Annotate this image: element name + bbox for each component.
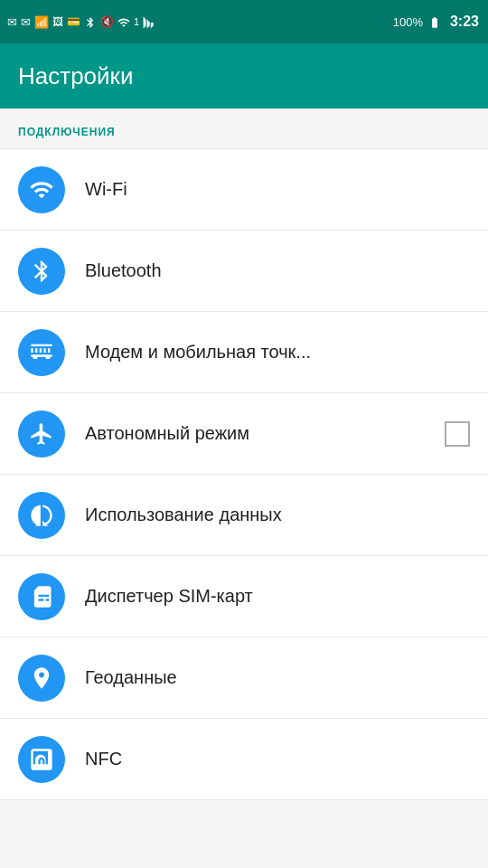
datausage-icon-circle bbox=[18, 492, 65, 539]
gmail-icon: ✉ bbox=[7, 15, 17, 29]
location-icon bbox=[29, 665, 54, 691]
settings-list: Wi-Fi Bluetooth Модем и мобильная точк..… bbox=[0, 149, 488, 800]
nfc-icon-circle bbox=[18, 736, 65, 783]
wifi-icon bbox=[29, 177, 54, 203]
simmanager-icon-circle bbox=[18, 573, 65, 620]
settings-item-bluetooth[interactable]: Bluetooth bbox=[0, 231, 488, 312]
settings-item-simmanager[interactable]: Диспетчер SIM-карт bbox=[0, 556, 488, 637]
page-title: Настройки bbox=[18, 62, 134, 90]
settings-item-airplane[interactable]: Автономный режим bbox=[0, 393, 488, 475]
settings-item-tethering[interactable]: Модем и мобильная точк... bbox=[0, 312, 488, 393]
section-header: ПОДКЛЮЧЕНИЯ bbox=[0, 108, 488, 148]
bluetooth-icon-circle bbox=[18, 248, 65, 295]
tethering-icon bbox=[29, 340, 54, 365]
nfc-label: NFC bbox=[85, 749, 470, 769]
app-bar: Настройки bbox=[0, 43, 488, 108]
bluetooth-icon bbox=[29, 259, 54, 284]
battery-icon bbox=[427, 14, 443, 29]
tethering-label: Модем и мобильная точк... bbox=[85, 342, 470, 363]
settings-item-datausage[interactable]: Использование данных bbox=[0, 475, 488, 556]
tethering-icon-circle bbox=[18, 329, 65, 376]
datausage-icon bbox=[29, 503, 54, 528]
nfc-icon bbox=[29, 747, 54, 772]
wifi-label: Wi-Fi bbox=[85, 179, 470, 200]
section-header-text: ПОДКЛЮЧЕНИЯ bbox=[18, 126, 116, 138]
status-bar-left: ✉ ✉ 📶 🖼 💳 🔇 1 bbox=[7, 14, 155, 29]
location-label: Геоданные bbox=[85, 667, 470, 688]
bars-icon bbox=[143, 14, 155, 29]
datausage-label: Использование данных bbox=[85, 505, 470, 525]
airplane-icon-circle bbox=[18, 410, 65, 458]
status-time: 3:23 bbox=[450, 14, 479, 30]
status-bar: ✉ ✉ 📶 🖼 💳 🔇 1 100% bbox=[0, 0, 488, 43]
card-icon: 💳 bbox=[67, 15, 80, 28]
airplane-icon bbox=[29, 421, 54, 447]
sim-status-icon: 1 bbox=[134, 16, 139, 27]
image-icon: 🖼 bbox=[52, 15, 63, 28]
wifi-status-icon bbox=[117, 14, 130, 29]
bluetooth-label: Bluetooth bbox=[85, 260, 470, 281]
simmanager-label: Диспетчер SIM-карт bbox=[85, 586, 470, 607]
battery-percent: 100% bbox=[393, 15, 423, 29]
settings-item-wifi[interactable]: Wi-Fi bbox=[0, 149, 488, 231]
mute-icon: 🔇 bbox=[100, 15, 114, 28]
airplane-checkbox[interactable] bbox=[445, 421, 470, 447]
signal-icon: 📶 bbox=[34, 15, 49, 29]
mail2-icon: ✉ bbox=[21, 15, 31, 29]
status-bar-right: 100% 3:23 bbox=[393, 14, 479, 30]
simmanager-icon bbox=[29, 584, 54, 609]
settings-item-location[interactable]: Геоданные bbox=[0, 637, 488, 719]
location-icon-circle bbox=[18, 655, 65, 702]
bt-status-icon bbox=[84, 14, 97, 29]
wifi-icon-circle bbox=[18, 166, 65, 213]
settings-item-nfc[interactable]: NFC bbox=[0, 719, 488, 800]
airplane-label: Автономный режим bbox=[85, 423, 445, 444]
